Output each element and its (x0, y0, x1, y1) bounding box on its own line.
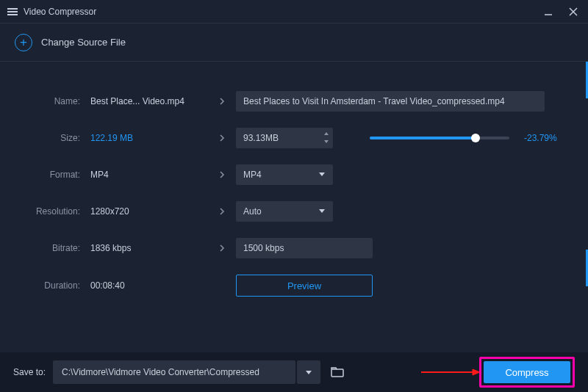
row-bitrate: Bitrate: 1836 kbps 1500 kbps (21, 238, 567, 258)
row-size: Size: 122.19 MB 93.13MB -23.79% (21, 128, 567, 148)
settings-panel: Name: Best Place... Video.mp4 Best Place… (0, 62, 588, 297)
chevron-right-icon (208, 97, 236, 106)
row-resolution: Resolution: 1280x720 Auto (21, 201, 567, 222)
app-icon (7, 7, 18, 17)
slider-fill (370, 137, 476, 139)
row-format: Format: MP4 MP4 (21, 164, 567, 185)
svg-marker-5 (319, 173, 325, 176)
svg-rect-8 (331, 369, 343, 377)
bitrate-value: 1836 kbps (90, 243, 208, 253)
chevron-right-icon (208, 207, 236, 216)
chevron-right-icon (208, 244, 236, 253)
bitrate-label: Bitrate: (21, 243, 90, 253)
chevron-down-icon (318, 170, 326, 180)
minimize-button[interactable] (541, 4, 556, 19)
size-value: 122.19 MB (90, 133, 208, 143)
resolution-value: 1280x720 (90, 206, 208, 217)
change-source-label: Change Source File (41, 37, 126, 48)
name-label: Name: (21, 96, 90, 106)
svg-marker-4 (324, 140, 329, 143)
save-path-dropdown[interactable] (297, 360, 320, 384)
svg-marker-7 (306, 371, 312, 374)
chevron-down-icon (318, 206, 326, 217)
name-value: Best Place... Video.mp4 (90, 96, 208, 106)
change-source-row[interactable]: + Change Source File (0, 23, 588, 62)
close-button[interactable] (566, 4, 581, 19)
spinner-down-icon[interactable] (323, 138, 330, 145)
row-name: Name: Best Place... Video.mp4 Best Place… (21, 91, 567, 112)
chevron-right-icon (208, 170, 236, 179)
plus-icon: + (15, 34, 32, 51)
name-output-text: Best Places to Visit In Amsterdam - Trav… (243, 96, 505, 106)
duration-value: 00:08:40 (90, 280, 208, 291)
footer: Save to: C:\Vidmore\Vidmore Video Conver… (0, 352, 588, 392)
bitrate-output-text: 1500 kbps (243, 243, 284, 253)
size-label: Size: (21, 133, 90, 143)
format-value: MP4 (90, 170, 208, 180)
resolution-label: Resolution: (21, 206, 90, 217)
chevron-right-icon (208, 134, 236, 142)
format-output-text: MP4 (243, 170, 262, 180)
preview-button[interactable]: Preview (236, 275, 373, 297)
format-label: Format: (21, 170, 90, 180)
compress-label: Compress (505, 367, 548, 378)
size-slider[interactable] (370, 137, 509, 139)
svg-marker-6 (319, 209, 325, 213)
bitrate-output-input[interactable]: 1500 kbps (236, 238, 373, 258)
size-spinner[interactable] (323, 130, 330, 145)
annotation-arrow-icon (421, 366, 480, 379)
resolution-output-text: Auto (243, 206, 262, 217)
size-output-input[interactable]: 93.13MB (236, 128, 333, 148)
resolution-select[interactable]: Auto (236, 201, 333, 222)
save-to-label: Save to: (13, 367, 46, 377)
save-path-input[interactable]: C:\Vidmore\Vidmore Video Converter\Compr… (53, 360, 295, 384)
save-path-text: C:\Vidmore\Vidmore Video Converter\Compr… (62, 367, 259, 377)
format-select[interactable]: MP4 (236, 164, 333, 185)
preview-label: Preview (287, 280, 321, 291)
row-duration: Duration: 00:08:40 Preview (21, 275, 567, 297)
slider-thumb[interactable] (471, 134, 480, 142)
name-output-input[interactable]: Best Places to Visit In Amsterdam - Trav… (236, 91, 545, 112)
compress-button[interactable]: Compress (484, 361, 570, 383)
open-folder-button[interactable] (326, 361, 348, 383)
svg-marker-3 (324, 132, 329, 135)
compress-highlight: Compress (479, 357, 575, 388)
size-percent: -23.79% (524, 133, 557, 143)
spinner-up-icon[interactable] (323, 130, 330, 137)
titlebar: Video Compressor (0, 0, 588, 23)
size-output-text: 93.13MB (243, 133, 279, 143)
app-title: Video Compressor (24, 7, 96, 17)
duration-label: Duration: (21, 280, 90, 291)
